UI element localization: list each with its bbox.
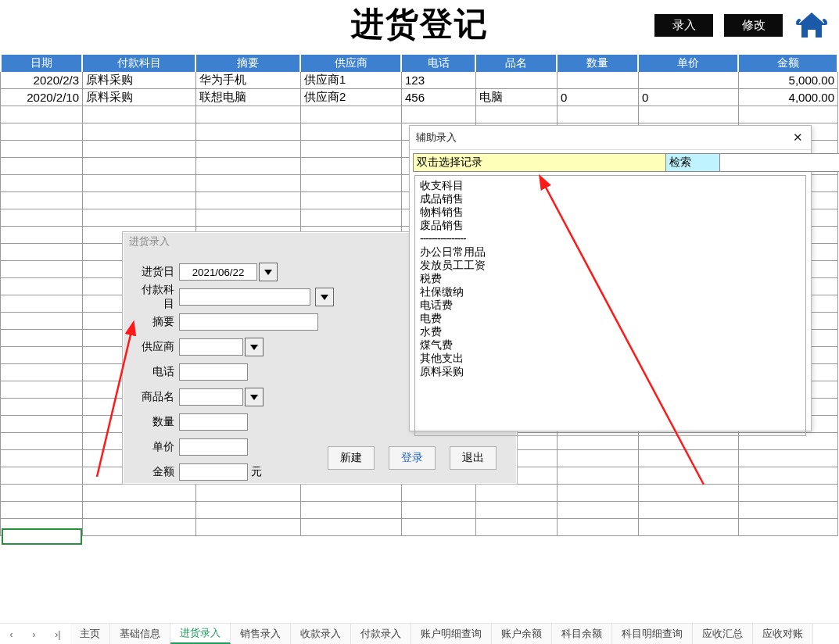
cell-phone[interactable] — [402, 519, 476, 536]
list-item[interactable]: 收支科目 — [420, 179, 801, 192]
search-button[interactable]: 检索 — [666, 153, 720, 172]
cell-qty[interactable] — [558, 72, 639, 89]
cell-phone[interactable] — [402, 106, 476, 123]
cell-amount[interactable]: 5,000.00 — [739, 72, 838, 89]
cell-supplier[interactable] — [301, 141, 402, 158]
cell-qty[interactable] — [558, 519, 639, 536]
cell-subject[interactable] — [83, 192, 196, 209]
tab-3[interactable]: 销售录入 — [231, 624, 291, 644]
tab-9[interactable]: 科目明细查询 — [612, 624, 693, 644]
list-item[interactable]: 水费 — [420, 325, 801, 338]
cell-amount[interactable] — [739, 106, 838, 123]
cell-supplier[interactable] — [301, 192, 402, 209]
cell-date[interactable] — [0, 175, 83, 192]
cell-date[interactable] — [0, 399, 83, 416]
cell-subject[interactable] — [83, 141, 196, 158]
cell-supplier[interactable] — [301, 209, 402, 227]
cell-date[interactable] — [0, 416, 83, 433]
modify-button[interactable]: 修改 — [724, 14, 783, 37]
cell-amount[interactable] — [739, 467, 838, 485]
list-item[interactable]: 电话费 — [420, 299, 801, 312]
list-item[interactable]: 废品销售 — [420, 219, 801, 232]
cell-date[interactable] — [0, 227, 83, 244]
cell-supplier[interactable] — [301, 158, 402, 175]
cell-price[interactable] — [639, 519, 739, 536]
cell-date[interactable] — [0, 433, 83, 450]
cell-date[interactable] — [0, 502, 83, 519]
price-field[interactable] — [179, 438, 248, 456]
table-row[interactable] — [0, 502, 839, 519]
tab-1[interactable]: 基础信息 — [110, 624, 170, 644]
supplier-field[interactable] — [179, 338, 243, 356]
cell-product[interactable] — [476, 519, 558, 536]
cell-date[interactable] — [0, 295, 83, 313]
cell-product[interactable] — [476, 72, 558, 89]
subject-dropdown-icon[interactable] — [315, 288, 334, 306]
cell-supplier[interactable] — [301, 519, 402, 536]
cell-date[interactable] — [0, 364, 83, 381]
cell-date[interactable] — [0, 485, 83, 502]
cell-amount[interactable]: 4,000.00 — [739, 89, 838, 106]
cell-date[interactable] — [0, 141, 83, 158]
cell-summary[interactable] — [196, 106, 301, 123]
tab-2[interactable]: 进货录入 — [170, 624, 231, 644]
cell-date[interactable] — [0, 278, 83, 295]
table-row[interactable] — [0, 485, 839, 502]
product-field[interactable] — [179, 388, 243, 406]
table-row[interactable] — [0, 519, 839, 536]
cell-date[interactable] — [0, 158, 83, 175]
cell-phone[interactable] — [402, 485, 476, 502]
cell-summary[interactable] — [196, 158, 301, 175]
cell-date[interactable] — [0, 106, 83, 123]
cell-date[interactable] — [0, 313, 83, 330]
cell-supplier[interactable] — [301, 123, 402, 141]
cell-phone[interactable] — [402, 502, 476, 519]
cell-date[interactable] — [0, 261, 83, 278]
tab-5[interactable]: 付款录入 — [351, 624, 411, 644]
tab-8[interactable]: 科目余额 — [552, 624, 612, 644]
cell-date[interactable] — [0, 192, 83, 209]
cell-subject[interactable] — [83, 485, 196, 502]
list-item[interactable]: 税费 — [420, 272, 801, 285]
cell-date[interactable] — [0, 347, 83, 364]
product-dropdown-icon[interactable] — [245, 388, 264, 406]
cell-summary[interactable] — [196, 123, 301, 141]
tab-0[interactable]: 主页 — [70, 624, 110, 644]
cell-amount[interactable] — [739, 450, 838, 467]
cell-supplier[interactable] — [301, 502, 402, 519]
list-item[interactable]: 其他支出 — [420, 352, 801, 365]
cell-summary[interactable] — [196, 502, 301, 519]
close-icon[interactable]: ✕ — [791, 131, 805, 145]
list-item[interactable]: 电费 — [420, 312, 801, 325]
cell-subject[interactable] — [83, 519, 196, 536]
cell-price[interactable] — [639, 467, 739, 485]
search-input[interactable] — [720, 153, 839, 172]
cell-summary[interactable] — [196, 141, 301, 158]
cell-date[interactable] — [0, 330, 83, 347]
cell-date[interactable]: 2020/2/3 — [0, 72, 83, 89]
tab-10[interactable]: 应收汇总 — [693, 624, 753, 644]
cell-price[interactable] — [639, 502, 739, 519]
qty-field[interactable] — [179, 413, 248, 431]
cell-product[interactable]: 电脑 — [476, 89, 558, 106]
tab-11[interactable]: 应收对账 — [753, 624, 813, 644]
list-item[interactable]: 煤气费 — [420, 338, 801, 352]
tab-4[interactable]: 收款录入 — [291, 624, 351, 644]
cell-date[interactable] — [0, 381, 83, 399]
cell-subject[interactable]: 原料采购 — [83, 72, 196, 89]
table-row[interactable]: 2020/2/3原料采购华为手机供应商11235,000.00 — [0, 72, 839, 89]
list-item[interactable]: 原料采购 — [420, 365, 801, 378]
tab-6[interactable]: 账户明细查询 — [411, 624, 492, 644]
cell-qty[interactable] — [558, 106, 639, 123]
list-item[interactable]: 社保缴纳 — [420, 285, 801, 299]
cell-subject[interactable] — [83, 502, 196, 519]
cell-date[interactable] — [0, 450, 83, 467]
cell-subject[interactable] — [83, 175, 196, 192]
cell-supplier[interactable]: 供应商2 — [301, 89, 402, 106]
nav-prev-icon[interactable]: ‹ — [9, 628, 13, 640]
cell-summary[interactable]: 联想电脑 — [196, 89, 301, 106]
summary-field[interactable] — [179, 313, 318, 331]
table-row[interactable] — [0, 106, 839, 123]
list-item[interactable]: ---------------- — [420, 232, 801, 245]
cell-product[interactable] — [476, 502, 558, 519]
